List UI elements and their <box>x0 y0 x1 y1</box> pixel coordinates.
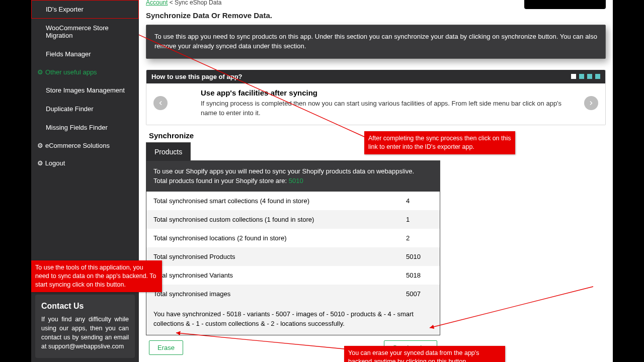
slider-dots <box>571 74 600 79</box>
info-banner: To use this app you need to sync product… <box>146 25 606 59</box>
stat-label: Total synchronised locations (2 found in… <box>146 229 398 247</box>
tab-intro: To use our Shopify apps you will need to… <box>146 161 440 191</box>
annotation-callout: To use the tools of this application, yo… <box>31 260 162 292</box>
stat-label: Total synchronised Variants <box>146 266 398 285</box>
stat-label: Total synchronised images <box>146 285 398 303</box>
erase-button[interactable]: Erase <box>149 340 183 355</box>
tab-body: To use our Shopify apps you will need to… <box>146 160 440 335</box>
chevron-right-icon <box>588 100 594 106</box>
sidebar-group-other-useful-apps[interactable]: ⚙Other useful apps <box>31 63 139 81</box>
sidebar-item-missing-fields[interactable]: Missing Fields Finder <box>31 118 139 137</box>
breadcrumb-account-link[interactable]: Account <box>146 0 168 6</box>
breadcrumb-current: Sync eShop Data <box>175 0 221 6</box>
slider-dot[interactable] <box>595 74 600 79</box>
stat-value: 1 <box>398 210 440 229</box>
howto-desc: If syncing process is completed then now… <box>201 99 577 118</box>
contact-block: Contact Us If you find any difficulty wh… <box>35 295 135 358</box>
slider-dot[interactable] <box>579 74 584 79</box>
stat-row: Total synchronised smart collections (4 … <box>146 192 440 210</box>
slider-dot[interactable] <box>587 74 592 79</box>
prev-slide-button[interactable] <box>153 96 168 110</box>
stat-label: Total synchronised smart collections (4 … <box>146 192 398 210</box>
sidebar-item-fields-manager[interactable]: Fields Manager <box>31 45 139 63</box>
sidebar-item-duplicate-finder[interactable]: Duplicate Finder <box>31 100 139 118</box>
contact-body: If you find any difficulty while using o… <box>41 315 129 351</box>
howto-header-label: How to use this page of app? <box>151 73 243 80</box>
stat-row: Total synchronised custom collections (1… <box>146 210 440 229</box>
gear-icon: ⚙ <box>37 142 43 149</box>
sidebar-item-logout[interactable]: ⚙ Logout <box>31 154 139 172</box>
stat-value: 5010 <box>398 247 440 266</box>
stat-label: Total synchronised custom collections (1… <box>146 210 398 229</box>
stat-value: 5007 <box>398 285 440 303</box>
sidebar-item-store-images[interactable]: Store Images Management <box>31 81 139 100</box>
stat-row: Total synchronised locations (2 found in… <box>146 229 440 247</box>
svg-line-1 <box>430 287 593 328</box>
next-slide-button[interactable] <box>584 96 598 110</box>
logout-icon: ⚙ <box>37 159 43 167</box>
annotation-callout: After completing the sync process then c… <box>364 131 515 154</box>
howto-title: Use app's facilities after syncing <box>201 88 577 97</box>
contact-title: Contact Us <box>41 302 129 311</box>
tab-products[interactable]: Products <box>146 142 191 161</box>
stat-row: Total synchronised Products5010 <box>146 247 440 266</box>
sidebar-item-ids-exporter[interactable]: ID's Exporter <box>31 0 139 19</box>
stat-value: 4 <box>398 192 440 210</box>
sync-summary: You have synchronized - 5018 - variants … <box>146 303 440 335</box>
stat-value: 2 <box>398 229 440 247</box>
sidebar-item-woo-migration[interactable]: WooCommerce Store Migration <box>31 19 139 45</box>
slider-dot[interactable] <box>571 74 576 79</box>
stat-value: 5018 <box>398 266 440 285</box>
howto-panel: How to use this page of app? Use app's f… <box>146 70 606 126</box>
gear-icon: ⚙ <box>37 68 43 76</box>
stat-label: Total synchronised Products <box>146 247 398 266</box>
page-heading: Synchronize Data Or Remove Data. <box>146 11 606 20</box>
brand-logo <box>524 0 606 9</box>
chevron-left-icon <box>157 100 164 106</box>
sidebar-item-ecommerce-solutions[interactable]: ⚙eCommerce Solutions <box>31 137 139 154</box>
stat-row: Total synchronised images5007 <box>146 285 440 303</box>
sidebar: ID's Exporter WooCommerce Store Migratio… <box>31 0 139 362</box>
annotation-callout: You can erase your synced data from the … <box>344 346 505 362</box>
stat-row: Total synchronised Variants5018 <box>146 266 440 285</box>
main-content: Account < Sync eShop Data Synchronize Da… <box>139 0 613 362</box>
product-count: 5010 <box>289 177 303 185</box>
